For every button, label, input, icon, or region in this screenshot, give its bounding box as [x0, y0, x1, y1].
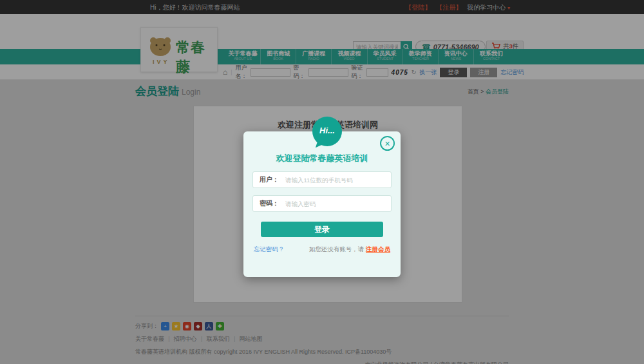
- modal-links-row: 忘记密码？ 如您还没有账号，请 注册会员: [254, 245, 390, 254]
- no-account-text: 如您还没有账号，请 注册会员: [309, 245, 390, 254]
- modal-password-row: 密码：: [252, 195, 392, 212]
- modal-title: 欢迎登陆常春藤英语培训: [243, 153, 401, 164]
- modal-user-input[interactable]: [285, 177, 391, 184]
- modal-login-button[interactable]: 登录: [261, 222, 383, 237]
- modal-forgot-link[interactable]: 忘记密码？: [254, 245, 285, 254]
- modal-password-label: 密码：: [260, 199, 285, 208]
- hi-speech-bubble: Hi...: [312, 117, 342, 146]
- modal-user-row: 用户：: [252, 171, 392, 188]
- login-modal: Hi... × 欢迎登陆常春藤英语培训 用户： 密码： 登录 忘记密码？ 如您还…: [243, 131, 401, 277]
- close-icon[interactable]: ×: [380, 136, 395, 151]
- modal-password-input[interactable]: [285, 200, 391, 207]
- modal-register-link[interactable]: 注册会员: [366, 245, 390, 253]
- modal-user-label: 用户：: [260, 175, 285, 184]
